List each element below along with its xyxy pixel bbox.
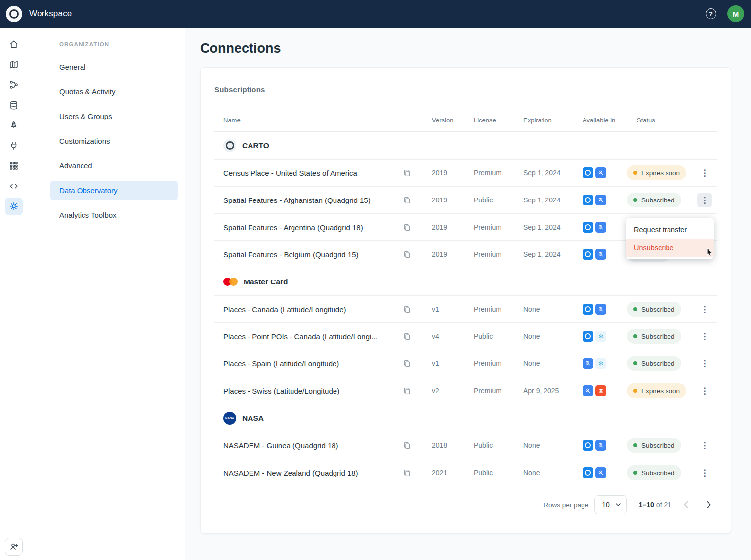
subscription-name: Places - Swiss (Latitude/Longitude) [214,387,398,395]
group-header-row: CARTO [214,132,717,160]
sidebar-item-customizations[interactable]: Customizations [50,131,178,151]
row-menu-button[interactable] [697,165,712,180]
nasa-group-logo-icon [223,412,236,425]
status-badge: Expires soon [627,165,686,180]
group-name: CARTO [242,141,269,150]
apps-icon[interactable] [5,157,23,175]
sidebar-item-quotas-activity[interactable]: Quotas & Activity [50,82,178,101]
bigquery-icon [595,440,606,451]
copy-button[interactable] [402,195,412,205]
row-menu-button[interactable] [697,383,712,398]
copy-button[interactable] [402,468,412,478]
row-menu-button[interactable] [697,193,712,207]
menu-item-request-transfer[interactable]: Request transfer [626,220,714,239]
status-badge: Expires soon [627,383,686,398]
row-menu-button[interactable] [697,302,712,317]
carto-dw-icon [583,467,593,478]
copy-icon [403,169,411,177]
group-name: Master Card [244,278,288,286]
expiration-cell: Sep 1, 2024 [507,169,569,177]
copy-icon [403,360,411,368]
launch-icon[interactable] [5,117,23,134]
row-menu-button[interactable] [697,465,712,480]
topbar: Workspace ? M [0,0,751,28]
settings-sidebar: ORGANIZATION GeneralQuotas & ActivityUse… [28,28,185,560]
expiration-cell: Apr 9, 2025 [507,387,569,395]
row-menu-button[interactable] [697,329,712,344]
pagination: Rows per page 10 1–10of 21 [214,486,717,523]
rows-per-page-select[interactable]: 10 [594,495,627,514]
status-badge: Subscribed [627,356,681,371]
snowflake-icon [595,358,606,369]
license-cell: Premium [458,250,507,258]
table-header-row: Name Version License Expiration Availabl… [214,109,717,132]
previous-page-button[interactable] [677,496,694,513]
sidebar-item-users-groups[interactable]: Users & Groups [50,107,178,126]
databricks-icon [595,385,606,396]
copy-button[interactable] [402,440,412,451]
row-menu-button[interactable] [697,356,712,371]
bigquery-icon [595,167,606,178]
data-explorer-icon[interactable] [5,96,23,114]
license-cell: Premium [458,360,507,367]
carto-logo-icon [6,6,22,22]
row-menu-button[interactable] [697,438,712,453]
license-cell: Public [458,441,507,449]
group-name: NASA [242,414,264,423]
main-content: Connections Subscriptions Name Version L… [185,28,751,560]
subscription-name: NASADEM - New Zealand (Quadgrid 18) [214,469,398,477]
license-cell: Premium [458,169,507,177]
menu-item-unsubscribe[interactable]: Unsubscribe [626,239,714,257]
bigquery-icon [583,385,593,396]
copy-button[interactable] [402,359,412,369]
developers-icon[interactable] [5,177,23,195]
expiration-cell: Sep 1, 2024 [507,196,569,204]
subscription-name: Places - Canada (Latitude/Longitude) [214,305,398,314]
copy-button[interactable] [402,386,412,396]
column-header-status: Status [621,117,697,124]
avatar[interactable]: M [727,5,744,22]
group-header-row: NASA [214,404,717,432]
copy-icon [403,332,411,341]
copy-button[interactable] [402,222,412,233]
home-icon[interactable] [5,36,23,53]
subscription-row: Places - Spain (Latitude/Longitude)v1Pre… [214,350,717,377]
bigquery-icon [595,467,606,478]
bigquery-icon [595,304,606,315]
next-page-button[interactable] [700,496,717,513]
app-title: Workspace [29,9,72,19]
subscription-name: Census Place - United States of America [214,169,398,177]
maps-icon[interactable] [5,56,23,74]
status-dot-icon [633,198,637,202]
version-cell: v1 [416,305,458,313]
version-cell: v1 [416,360,458,367]
chevron-right-icon [707,501,711,508]
help-button[interactable]: ? [706,8,716,19]
rows-per-page-label: Rows per page [543,501,588,509]
subscription-name: NASADEM - Guinea (Quadgrid 18) [214,441,398,450]
available-in-cell [569,167,621,178]
expiration-cell: Sep 1, 2024 [507,250,569,258]
available-in-cell [569,195,621,205]
sidebar-item-general[interactable]: General [50,57,178,77]
icon-rail [0,28,28,560]
settings-icon[interactable] [5,198,23,215]
copy-button[interactable] [402,249,412,260]
sidebar-item-analytics-toolbox[interactable]: Analytics Toolbox [50,205,178,225]
copy-icon [403,250,411,259]
sidebar-item-data-observatory[interactable]: Data Observatory [50,181,178,200]
status-badge: Subscribed [627,302,681,317]
copy-button[interactable] [402,331,412,342]
connections-icon[interactable] [5,137,23,155]
sidebar-item-advanced[interactable]: Advanced [50,156,178,175]
status-badge: Subscribed [627,329,681,344]
copy-button[interactable] [402,304,412,315]
copy-button[interactable] [402,168,412,178]
subscription-row: Places - Point POIs - Canada (Latitude/L… [214,323,717,350]
column-header-license: License [458,117,507,124]
invite-user-icon[interactable] [5,538,23,556]
available-in-cell [569,331,621,342]
subscription-name: Spatial Features - Afghanistan (Quadgrid… [214,196,398,204]
available-in-cell [569,385,621,396]
workflows-icon[interactable] [5,76,23,94]
